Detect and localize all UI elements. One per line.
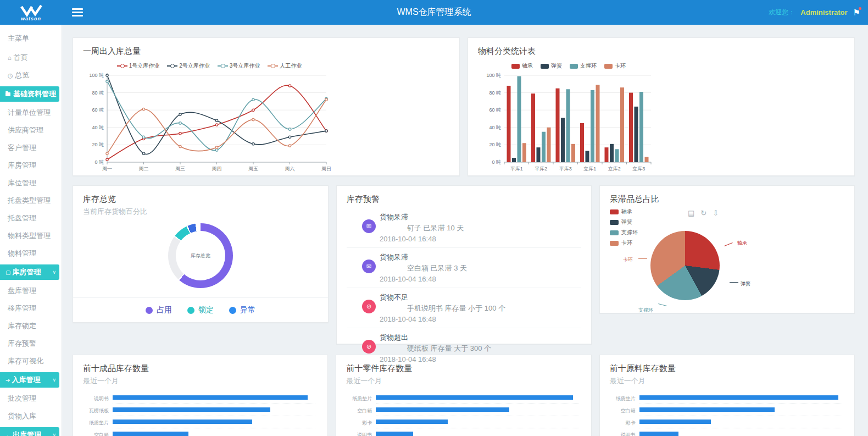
sidebar-item-0[interactable]: ⌂首页 [0,49,62,67]
sidebar-item-label: 托盘类型管理 [8,196,51,205]
svg-text:60 吨: 60 吨 [92,107,104,113]
svg-text:立库1: 立库1 [583,166,596,172]
legend-item[interactable]: 卡环 [604,62,626,70]
welcome-label: 欢迎您： [769,8,795,17]
hbar-label: 纸质垫片 [346,395,376,402]
alert-item: ✉ 货物呆滞 钉子 已呆滞 10 天 2018-10-04 16:48 [347,208,581,248]
sidebar-item-8[interactable]: 托盘类型管理 [0,192,62,209]
sidebar-section-2[interactable]: 基础资料管理 [0,86,59,102]
bar-legend-marker [604,64,613,69]
donut-legend-item[interactable]: 异常 [229,305,255,315]
top-header: watson WMS仓库管理系统 欢迎您： Administrator ⚑ [0,0,868,25]
hbar-bar [376,395,572,400]
alert-time: 2018-10-04 16:48 [380,315,572,323]
sidebar-item-label: 总览 [15,71,30,79]
legend-item[interactable]: 1号立库作业 [117,62,160,70]
sidebar-item-label: 库存锁定 [8,322,36,330]
refresh-icon[interactable]: ↻ [700,209,706,217]
alert-type: 货物呆滞 [380,252,572,262]
material-bar-chart: 0 吨20 吨40 吨60 吨80 吨100 吨平库1平库2平库3立库1立库2立… [478,70,844,182]
sidebar-section-18[interactable]: ➔入库管理∨ [0,372,59,388]
sidebar-item-label: 批次管理 [8,394,36,402]
sidebar-item-label: 托盘管理 [8,214,36,222]
sidebar-section-21[interactable]: ←出库管理∨ [0,427,59,436]
username[interactable]: Administrator [800,8,847,16]
hbar-bar [639,407,775,412]
weekly-line-chart: 0 吨20 吨40 吨60 吨80 吨100 吨周一周二周三周四周五周六周日 [83,70,449,182]
legend-item[interactable]: 3号立库作业 [218,62,260,70]
sidebar-caption: 主菜单 [0,29,62,49]
download-icon[interactable]: ⇩ [713,209,719,217]
svg-text:40 吨: 40 吨 [92,125,104,130]
hbar-label: 说明书 [83,395,113,402]
hbar-label: 纸质垫片 [610,395,639,402]
envelope-icon: ✉ [362,219,376,233]
top-finished-title: 前十成品库存数量 [83,363,318,374]
top-raw-title: 前十原料库存数量 [610,363,844,374]
stagnant-pie-chart: 轴承弹簧支撑环卡环 [622,231,787,313]
menu-toggle-icon[interactable] [72,7,83,18]
sidebar-item-7[interactable]: 库位管理 [0,174,62,192]
donut-legend: 占用锁定异常 [73,297,328,322]
material-chart-title: 物料分类统计表 [478,46,844,57]
notification-flag-icon[interactable]: ⚑ [853,8,860,18]
donut-legend-item[interactable]: 锁定 [187,305,214,315]
chevron-down-icon: ∨ [52,269,56,275]
svg-text:40 吨: 40 吨 [489,125,501,130]
pie-label-line [724,242,732,246]
hbar-label: 空白箱 [610,407,639,415]
hbar-label: 纸质垫片 [83,420,113,427]
hbar-bar [376,407,509,412]
sidebar-item-11[interactable]: 物料管理 [0,245,62,262]
sidebar-item-16[interactable]: 库存预警 [0,335,62,352]
alert-type: 货物不足 [380,292,572,302]
legend-item[interactable]: 轴承 [511,62,533,70]
svg-text:80 吨: 80 吨 [92,90,104,96]
alerts-title: 库存预警 [347,194,581,205]
legend-item[interactable]: 2号立库作业 [167,62,210,70]
sidebar-item-9[interactable]: 托盘管理 [0,209,62,227]
sidebar-item-13[interactable]: 盘库管理 [0,282,62,300]
card-weekly-io: 一周出入库总量 1号立库作业2号立库作业3号立库作业人工作业 0 吨20 吨40… [73,37,460,176]
svg-text:0 吨: 0 吨 [94,159,104,165]
svg-text:100 吨: 100 吨 [486,73,501,78]
sidebar-item-5[interactable]: 客户管理 [0,139,62,157]
app-logo[interactable]: watson [0,0,62,25]
sidebar-item-6[interactable]: 库房管理 [0,157,62,174]
svg-text:周二: 周二 [139,166,149,172]
sidebar-item-19[interactable]: 批次管理 [0,390,62,407]
sidebar-item-20[interactable]: 货物入库 [0,407,62,425]
card-material-stats: 物料分类统计表 轴承弹簧支撑环卡环 0 吨20 吨40 吨60 吨80 吨100… [468,37,855,176]
sidebar-item-4[interactable]: 供应商管理 [0,122,62,139]
legend-item[interactable]: 人工作业 [268,62,302,70]
alert-item: ⊘ 货物超出 硬纸板 库存量 大于 300 个 2018-10-04 16:48 [347,328,581,368]
alert-time: 2018-10-04 16:48 [380,355,572,363]
chart-toolbox: ▤↻⇩ [688,209,719,217]
line-legend-marker [117,65,127,67]
svg-text:周一: 周一 [102,166,112,172]
alert-type: 货物呆滞 [380,212,572,222]
svg-text:20 吨: 20 吨 [489,142,501,147]
sidebar-section-12[interactable]: ▢库房管理∨ [0,264,59,280]
hbar-bar [376,420,448,424]
alert-message: 手机说明书 库存量 小于 100 个 [380,303,572,313]
pie-legend-item[interactable]: 轴承 [610,208,638,216]
legend-item[interactable]: 支撑环 [570,62,597,70]
hbar-row: 纸质垫片 [83,419,318,431]
pie-legend-item[interactable]: 弹簧 [610,218,638,226]
alert-time: 2018-10-04 16:48 [380,235,572,243]
legend-item[interactable]: 弹簧 [541,62,562,70]
data-view-icon[interactable]: ▤ [688,209,694,217]
sidebar-item-15[interactable]: 库存锁定 [0,317,62,335]
donut-legend-item[interactable]: 占用 [146,305,172,315]
bar-legend-marker [570,64,578,69]
pie-label-line [730,282,738,283]
sidebar-item-17[interactable]: 库存可视化 [0,352,62,370]
sidebar-item-14[interactable]: 移库管理 [0,300,62,317]
sidebar-item-3[interactable]: 计量单位管理 [0,104,62,122]
sidebar-item-1[interactable]: ◷总览 [0,67,62,84]
card-top-finished: 前十成品库存数量 最近一个月 说明书 瓦楞纸板 纸质垫片 空白箱 [73,355,328,436]
sidebar-item-10[interactable]: 物料类型管理 [0,227,62,245]
pie-slice-label: 支撑环 [638,307,653,314]
alert-type: 货物超出 [380,333,572,343]
